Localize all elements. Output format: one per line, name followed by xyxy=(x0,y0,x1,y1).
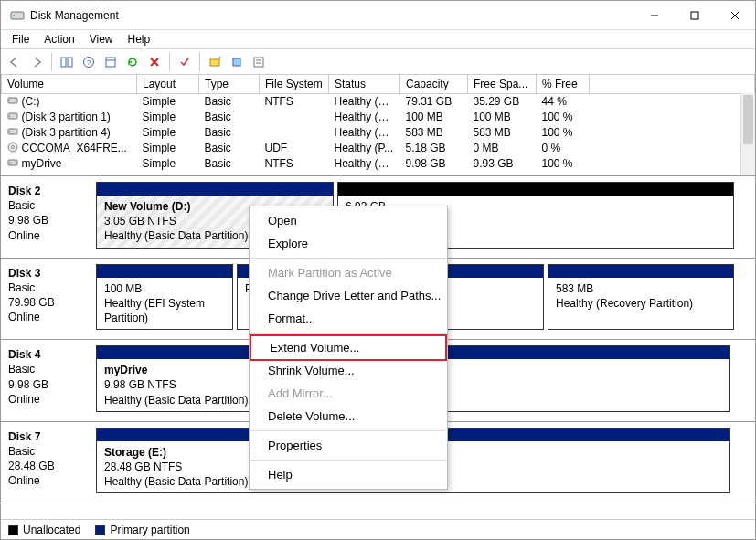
volume-layout: Simple xyxy=(137,125,199,141)
volume-pct: 0 % xyxy=(537,141,590,156)
disk-size: 79.98 GB xyxy=(8,295,83,310)
context-menu-item: Mark Partition as Active xyxy=(250,261,447,284)
legend: Unallocated Primary partition xyxy=(1,519,755,539)
disk-name: Disk 4 xyxy=(8,347,83,362)
col-pct[interactable]: % Free xyxy=(537,75,590,93)
volume-layout: Simple xyxy=(137,141,199,156)
properties-icon[interactable] xyxy=(249,52,269,72)
drive-icon xyxy=(7,157,18,171)
volume-capacity: 79.31 GB xyxy=(400,93,468,110)
volume-free: 100 MB xyxy=(468,110,537,125)
help-icon[interactable]: ? xyxy=(79,52,99,72)
volume-capacity: 9.98 GB xyxy=(400,156,468,172)
partition-size: 583 MB xyxy=(556,281,726,296)
svg-point-21 xyxy=(9,100,11,101)
svg-rect-6 xyxy=(61,58,66,67)
disk-info[interactable]: Disk 4Basic9.98 GBOnline xyxy=(1,340,91,421)
volume-row[interactable]: (Disk 3 partition 4)SimpleBasicHealthy (… xyxy=(2,125,755,141)
volume-free: 35.29 GB xyxy=(468,93,537,110)
partition-primary[interactable]: 100 MBHealthy (EFI System Partition) xyxy=(96,264,233,331)
col-filesystem[interactable]: File System xyxy=(260,75,329,93)
col-layout[interactable]: Layout xyxy=(137,75,199,93)
context-menu-item[interactable]: Shrink Volume... xyxy=(250,359,447,382)
forward-button[interactable] xyxy=(27,52,47,72)
titlebar: Disk Management xyxy=(1,1,755,30)
volume-row[interactable]: myDriveSimpleBasicNTFSHealthy (B...9.98 … xyxy=(2,156,755,172)
menu-view[interactable]: View xyxy=(82,31,121,48)
volume-capacity: 583 MB xyxy=(400,125,468,141)
settings-icon[interactable] xyxy=(101,52,121,72)
svg-rect-10 xyxy=(106,58,115,67)
volume-status: Healthy (B... xyxy=(329,156,400,172)
context-menu-separator xyxy=(250,460,446,461)
check-icon[interactable] xyxy=(175,52,195,72)
window: Disk Management File Action View Help ? … xyxy=(0,0,756,540)
refresh-icon[interactable] xyxy=(122,52,143,72)
context-menu-separator xyxy=(250,430,446,431)
volume-row[interactable]: (Disk 3 partition 1)SimpleBasicHealthy (… xyxy=(2,110,755,125)
volume-row[interactable]: CCCOMA_X64FRE...SimpleBasicUDFHealthy (P… xyxy=(2,141,755,156)
volume-list-header: Volume Layout Type File System Status Ca… xyxy=(2,75,755,93)
disk-info[interactable]: Disk 3Basic79.98 GBOnline xyxy=(1,259,91,340)
volume-free: 0 MB xyxy=(468,141,537,156)
volume-layout: Simple xyxy=(137,156,199,172)
col-free[interactable]: Free Spa... xyxy=(468,75,537,93)
new-folder-icon[interactable]: + xyxy=(205,52,225,72)
context-menu-separator xyxy=(250,258,446,259)
col-capacity[interactable]: Capacity xyxy=(400,75,468,93)
context-menu-item[interactable]: Change Drive Letter and Paths... xyxy=(250,284,447,307)
toolbar: ? + xyxy=(1,49,755,75)
close-button[interactable] xyxy=(715,1,755,29)
partition-size: 100 MB xyxy=(104,281,225,296)
disk-status: Online xyxy=(8,310,83,324)
svg-rect-17 xyxy=(254,58,263,67)
disk-info[interactable]: Disk 7Basic28.48 GBOnline xyxy=(1,422,91,503)
volume-type: Basic xyxy=(199,110,260,125)
back-button[interactable] xyxy=(5,52,25,72)
disk-size: 9.98 GB xyxy=(8,213,83,228)
delete-icon[interactable] xyxy=(144,52,165,72)
svg-point-29 xyxy=(9,162,11,164)
col-status[interactable]: Status xyxy=(329,75,400,93)
volume-type: Basic xyxy=(199,93,260,110)
context-menu: OpenExploreMark Partition as ActiveChang… xyxy=(249,206,448,490)
drive-icon xyxy=(7,111,18,124)
menu-action[interactable]: Action xyxy=(37,31,81,48)
volume-name: (Disk 3 partition 4) xyxy=(22,126,111,139)
disk-info[interactable]: Disk 2Basic9.98 GBOnline xyxy=(1,176,91,258)
volume-type: Basic xyxy=(199,125,260,141)
disk-status: Online xyxy=(8,392,83,407)
show-hide-tree-icon[interactable] xyxy=(57,52,77,72)
context-menu-item[interactable]: Open xyxy=(250,209,447,232)
menu-help[interactable]: Help xyxy=(121,31,158,48)
volume-row[interactable]: (C:)SimpleBasicNTFSHealthy (B...79.31 GB… xyxy=(2,93,755,110)
volume-list: Volume Layout Type File System Status Ca… xyxy=(1,75,755,176)
context-menu-item[interactable]: Delete Volume... xyxy=(250,405,447,428)
svg-point-27 xyxy=(11,145,14,148)
menu-file[interactable]: File xyxy=(5,31,37,48)
volume-status: Healthy (E... xyxy=(329,110,400,125)
col-type[interactable]: Type xyxy=(199,75,260,93)
partition-primary[interactable]: 583 MBHealthy (Recovery Partition) xyxy=(548,264,734,331)
context-menu-item[interactable]: Explore xyxy=(250,232,447,255)
context-menu-item[interactable]: Help xyxy=(250,463,447,486)
context-menu-item[interactable]: Properties xyxy=(250,434,447,457)
drive-icon xyxy=(7,126,18,140)
maximize-button[interactable] xyxy=(675,1,715,29)
disk-name: Disk 3 xyxy=(8,266,83,281)
disk-name: Disk 2 xyxy=(8,184,83,198)
svg-rect-7 xyxy=(68,58,72,67)
context-menu-item[interactable]: Extend Volume... xyxy=(250,334,447,361)
context-menu-item[interactable]: Format... xyxy=(250,307,447,330)
wizard-icon[interactable] xyxy=(227,52,247,72)
svg-rect-3 xyxy=(691,12,698,19)
minimize-button[interactable] xyxy=(634,1,675,29)
svg-point-25 xyxy=(9,131,11,132)
volume-list-scrollbar[interactable] xyxy=(740,93,755,175)
col-volume[interactable]: Volume xyxy=(2,75,137,93)
drive-icon xyxy=(7,142,18,155)
volume-layout: Simple xyxy=(137,110,199,125)
toolbar-separator xyxy=(51,53,52,71)
disk-status: Online xyxy=(8,473,83,488)
disk-size: 28.48 GB xyxy=(8,459,83,473)
